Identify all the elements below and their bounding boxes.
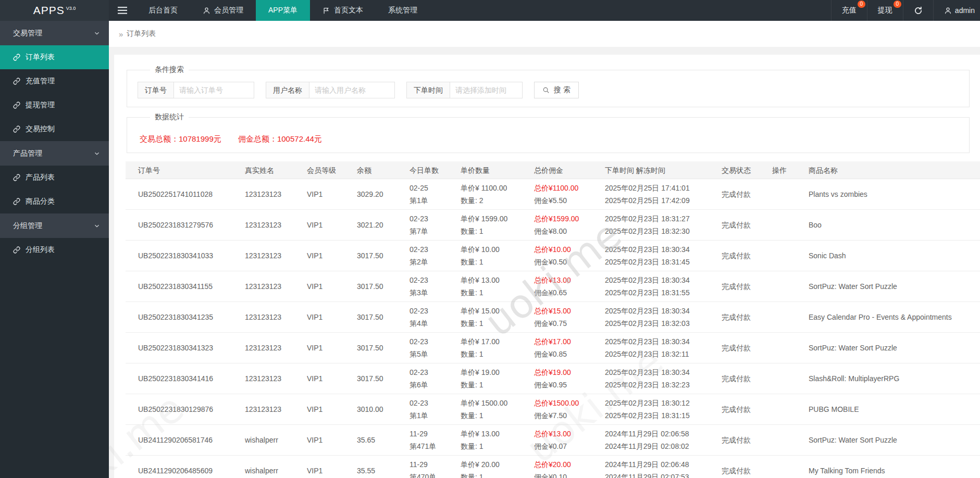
- times-cell: 2024年11月29日 02:06:582024年11月29日 02:08:02: [605, 427, 722, 452]
- table-body: UB2502251741011028 123123123 VIP1 3029.2…: [126, 179, 980, 478]
- total-comm-cell: 总价¥10.00佣金¥0.50: [534, 243, 605, 268]
- search-button-label: 搜 索: [554, 85, 570, 95]
- balance-cell: 3017.50: [357, 342, 410, 354]
- day-orders-cell: 02-25第1单: [410, 182, 461, 207]
- product-cell: SortPuz: Water Sort Puzzle: [809, 280, 980, 293]
- top-menu-item-system[interactable]: 系统管理: [376, 0, 430, 21]
- total-comm-cell: 总价¥13.00佣金¥0.07: [534, 427, 605, 452]
- refresh-icon: [914, 6, 923, 15]
- balance-cell: 3017.50: [357, 249, 410, 262]
- total-comm-cell: 总价¥19.00佣金¥0.95: [534, 366, 605, 391]
- status-cell: 完成付款: [722, 188, 772, 200]
- product-cell: Easy Calendar Pro - Events & Appointment…: [809, 311, 980, 323]
- day-orders-cell: 02-23第6单: [410, 366, 461, 391]
- sidebar-item-recharge-manage[interactable]: 充值管理: [0, 69, 109, 93]
- sidebar-item-group-list[interactable]: 分组列表: [0, 238, 109, 262]
- main-card: 条件搜索 订单号 用户名称 下单时间: [114, 55, 980, 478]
- total-comm-cell: 总价¥13.00佣金¥0.65: [534, 274, 605, 299]
- sidebar-item-goods-category[interactable]: 商品分类: [0, 190, 109, 213]
- level-cell: VIP1: [307, 219, 357, 231]
- times-cell: 2025年02月23日 18:30:342025年02月23日 18:32:03: [605, 305, 722, 330]
- col-real-name: 真实姓名: [245, 164, 307, 177]
- total-comm-cell: 总价¥1500.00佣金¥7.50: [534, 397, 605, 422]
- sidebar-item-product-list[interactable]: 产品列表: [0, 166, 109, 190]
- status-cell: 完成付款: [722, 403, 772, 416]
- product-cell: Boo: [809, 219, 980, 231]
- sidebar-group-product-manage[interactable]: 产品管理: [0, 141, 109, 166]
- order-no-cell: UB2502231830341416: [126, 372, 245, 385]
- sidebar-toggle-button[interactable]: [109, 0, 136, 21]
- sidebar-group-trade-manage[interactable]: 交易管理: [0, 21, 109, 45]
- status-cell: 完成付款: [722, 311, 772, 323]
- real-name-cell: 123123123: [245, 311, 307, 323]
- real-name-cell: 123123123: [245, 249, 307, 262]
- order-no-cell: UB2411290206485609: [126, 464, 245, 477]
- status-cell: 完成付款: [722, 434, 772, 446]
- top-menu-item-home-text[interactable]: 首页文本: [310, 0, 376, 21]
- sidebar-item-label: 交易管理: [13, 29, 42, 38]
- price-qty-cell: 单价¥ 15.00数量: 1: [461, 305, 534, 330]
- chevron-down-icon: [93, 222, 101, 230]
- level-cell: VIP1: [307, 434, 357, 446]
- day-orders-cell: 02-23第3单: [410, 274, 461, 299]
- link-icon: [13, 198, 20, 205]
- link-icon: [13, 102, 20, 109]
- sidebar-item-label: 提现管理: [26, 100, 55, 110]
- top-menu-item-app-menu[interactable]: APP菜单: [256, 0, 310, 21]
- total-comm-cell: 总价¥20.00佣金¥0.10: [534, 458, 605, 478]
- price-qty-cell: 单价¥ 10.00数量: 1: [461, 243, 534, 268]
- order-no-input[interactable]: [173, 82, 254, 98]
- order-no-cell: UB2411290206581746: [126, 434, 245, 446]
- chevron-down-icon: [93, 30, 101, 37]
- username-input[interactable]: [309, 82, 395, 98]
- real-name-cell: wishalperr: [245, 434, 307, 446]
- content-area: » 订单列表 条件搜索 订单号 用户名称 下单时间: [109, 21, 980, 478]
- sidebar-group-group-manage[interactable]: 分组管理: [0, 213, 109, 238]
- col-price-qty: 单价数量: [461, 164, 534, 177]
- times-cell: 2025年02月23日 18:30:342025年02月23日 18:32:11: [605, 335, 722, 360]
- table-row: UB2502231830129876 123123123 VIP1 3010.0…: [126, 394, 980, 425]
- recharge-button[interactable]: 充值 0: [831, 0, 867, 21]
- total-comm-cell: 总价¥15.00佣金¥0.75: [534, 305, 605, 330]
- sidebar-item-withdraw-manage[interactable]: 提现管理: [0, 93, 109, 117]
- top-menu-item-members[interactable]: 会员管理: [190, 0, 256, 21]
- sidebar-item-label: 产品列表: [26, 173, 55, 182]
- top-menu-item-home[interactable]: 后台首页: [136, 0, 190, 21]
- price-qty-cell: 单价¥ 13.00数量: 1: [461, 274, 534, 299]
- search-icon: [542, 86, 550, 94]
- table-row: UB2502231830341416 123123123 VIP1 3017.5…: [126, 363, 980, 394]
- order-no-cell: UB2502231830341323: [126, 342, 245, 354]
- user-menu[interactable]: admin: [933, 0, 980, 21]
- product-cell: Plants vs zombies: [809, 188, 980, 200]
- search-button[interactable]: 搜 索: [534, 82, 579, 98]
- times-cell: 2025年02月25日 17:41:012025年02月25日 17:42:09: [605, 182, 722, 207]
- withdraw-button[interactable]: 提现 0: [867, 0, 903, 21]
- sidebar-item-trade-control[interactable]: 交易控制: [0, 117, 109, 141]
- table-row: UB2411290206581746 wishalperr VIP1 35.65…: [126, 425, 980, 456]
- balance-cell: 3017.50: [357, 280, 410, 293]
- order-time-label: 下单时间: [406, 82, 450, 98]
- sidebar-item-label: 充值管理: [26, 77, 55, 86]
- sidebar-item-label: 分组列表: [26, 245, 55, 255]
- times-cell: 2024年11月29日 02:06:482024年11月29日 02:07:53: [605, 458, 722, 478]
- recharge-label: 充值: [842, 6, 857, 15]
- real-name-cell: 123123123: [245, 372, 307, 385]
- day-orders-cell: 02-23第2单: [410, 243, 461, 268]
- stats-line: 交易总额：10781999元 佣金总额：100572.44元: [138, 129, 959, 144]
- balance-cell: 3017.50: [357, 372, 410, 385]
- sidebar-item-order-list[interactable]: 订单列表: [0, 45, 109, 69]
- balance-cell: 3017.50: [357, 311, 410, 323]
- top-menu-item-label: 后台首页: [148, 6, 178, 15]
- col-balance: 余额: [357, 164, 410, 177]
- times-cell: 2025年02月23日 18:30:342025年02月23日 18:31:45: [605, 243, 722, 268]
- flag-icon: [322, 7, 330, 15]
- table-row: UB2502231831279576 123123123 VIP1 3021.2…: [126, 210, 980, 241]
- search-panel: 条件搜索 订单号 用户名称 下单时间: [127, 65, 970, 107]
- col-times: 下单时间 解冻时间: [605, 164, 722, 177]
- search-row: 订单号 用户名称 下单时间 搜 索: [138, 82, 959, 98]
- page-title: 订单列表: [127, 29, 156, 39]
- order-time-input[interactable]: [450, 82, 523, 98]
- col-product: 商品名称: [809, 164, 980, 177]
- username-label: 用户名称: [266, 82, 309, 98]
- refresh-button[interactable]: [903, 0, 933, 21]
